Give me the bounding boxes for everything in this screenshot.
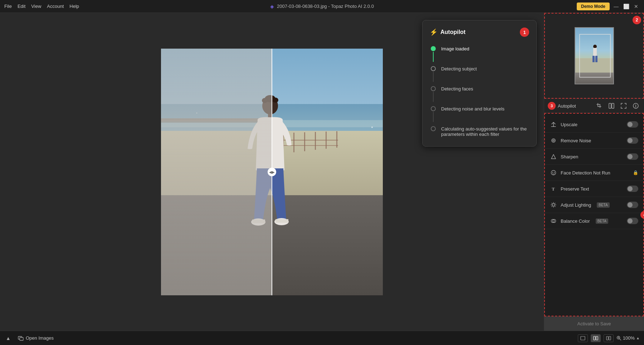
- maximize-button[interactable]: ⬜: [623, 3, 630, 10]
- filters-container: 4 Upscale: [544, 113, 644, 316]
- step-4-label: Detecting noise and blur levels: [441, 106, 529, 112]
- step-1-dot: [431, 46, 436, 51]
- beach-photo-svg: ◀▶: [161, 49, 383, 295]
- svg-rect-37: [592, 56, 595, 62]
- adjust-lighting-icon: [550, 201, 557, 208]
- upscale-toggle[interactable]: [627, 121, 638, 128]
- fullscreen-button[interactable]: [619, 101, 628, 110]
- step-3-label: Detecting faces: [441, 86, 529, 92]
- filter-preserve-text[interactable]: T Preserve Text: [545, 181, 643, 197]
- single-view-button[interactable]: [578, 334, 588, 342]
- filter-adjust-lighting[interactable]: Adjust Lighting BETA: [545, 197, 643, 213]
- autopilot-step-4: Detecting noise and blur levels: [430, 104, 529, 124]
- open-images-icon: [18, 335, 24, 341]
- open-images-button[interactable]: Open Images: [15, 334, 57, 342]
- expand-button[interactable]: ▲: [4, 334, 12, 342]
- demo-mode-button[interactable]: Demo Mode: [577, 3, 610, 10]
- svg-rect-38: [595, 56, 597, 62]
- filter-upscale-left: Upscale: [550, 121, 577, 128]
- step-3-indicator: [430, 86, 437, 102]
- svg-rect-25: [275, 219, 288, 223]
- toolbar-row: 3 Autopilot: [544, 99, 644, 113]
- step-5-indicator: [430, 126, 437, 131]
- filter-balance-color[interactable]: Balance Color BETA: [545, 213, 643, 229]
- bottom-center: 100% ▲: [578, 334, 640, 342]
- toolbar-right: [595, 101, 640, 110]
- filter-face-left: Face Detection Not Run: [550, 169, 610, 176]
- autopilot-badge: 1: [520, 28, 529, 37]
- balance-color-icon: [550, 217, 557, 225]
- close-button[interactable]: ✕: [633, 3, 640, 10]
- filter-face-right: 🔒: [633, 170, 638, 175]
- filter-color-left: Balance Color BETA: [550, 217, 608, 225]
- balance-color-toggle[interactable]: [627, 218, 638, 224]
- filter-lighting-right: [627, 202, 638, 208]
- step-4-dot: [431, 106, 436, 111]
- step-2-dot: [431, 66, 436, 71]
- autopilot-toolbar-label: Autopilot: [558, 103, 576, 109]
- sharpen-toggle[interactable]: [627, 153, 638, 160]
- menu-help[interactable]: Help: [69, 4, 79, 9]
- zoom-chevron-icon[interactable]: ▲: [636, 336, 640, 340]
- filter-sharpen-left: Sharpen: [550, 153, 578, 160]
- sharpen-icon: [550, 153, 557, 160]
- svg-rect-11: [304, 132, 305, 151]
- autopilot-step-2: Detecting subject: [430, 64, 529, 84]
- svg-rect-36: [593, 48, 597, 56]
- crop-button[interactable]: [595, 101, 604, 110]
- filter-noise-right: [627, 137, 638, 144]
- filter-sharpen[interactable]: Sharpen: [545, 149, 643, 165]
- face-detection-icon: [550, 169, 557, 176]
- menu-account[interactable]: Account: [47, 4, 64, 9]
- step-3-dot: [431, 86, 436, 91]
- window-title: 2007-03-08-0638-03.jpg - Topaz Photo AI …: [277, 4, 374, 9]
- titlebar-left: File Edit View Account Help: [4, 4, 79, 9]
- svg-text:◀▶: ◀▶: [269, 170, 275, 174]
- step-1-line: [433, 52, 434, 62]
- filter-remove-noise[interactable]: Remove Noise: [545, 133, 643, 149]
- activate-to-save-button[interactable]: Activate to Save: [544, 316, 644, 331]
- preserve-text-toggle[interactable]: [627, 186, 638, 192]
- svg-rect-41: [612, 103, 614, 108]
- split-view-button-bottom[interactable]: [591, 334, 601, 342]
- step-5-dot: [431, 126, 436, 131]
- filter-upscale[interactable]: Upscale: [545, 117, 643, 133]
- balance-color-badge: BETA: [596, 218, 608, 224]
- toolbar-badge: 3: [548, 102, 556, 110]
- preserve-text-label: Preserve Text: [561, 186, 589, 192]
- adjust-lighting-toggle[interactable]: [627, 202, 638, 208]
- autopilot-header: ⚡ Autopilot 1: [430, 28, 529, 37]
- menu-view[interactable]: View: [31, 4, 41, 9]
- svg-point-44: [553, 140, 554, 141]
- upscale-icon: [550, 121, 557, 128]
- thumbnail-image: [575, 27, 614, 84]
- svg-point-47: [554, 172, 555, 173]
- step-2-label: Detecting subject: [441, 66, 529, 72]
- filter-text-left: T Preserve Text: [550, 185, 589, 192]
- autopilot-title-row: ⚡ Autopilot: [430, 28, 465, 36]
- svg-rect-57: [606, 336, 608, 340]
- remove-noise-icon: [550, 137, 557, 144]
- minimize-button[interactable]: —: [613, 3, 620, 10]
- adjust-lighting-badge: BETA: [597, 202, 609, 208]
- canvas-area: ◀▶ ⚡ Autopilot 1: [0, 13, 544, 331]
- lightning-icon: ⚡: [430, 28, 438, 36]
- dual-view-button[interactable]: [604, 334, 614, 342]
- filter-face-detection[interactable]: Face Detection Not Run 🔒: [545, 165, 643, 181]
- svg-rect-34: [575, 73, 614, 84]
- split-view-button[interactable]: [607, 101, 616, 110]
- titlebar: File Edit View Account Help ◈ 2007-03-08…: [0, 0, 644, 13]
- svg-rect-54: [581, 336, 585, 340]
- filter-color-right: [627, 218, 638, 224]
- svg-point-26: [371, 127, 373, 128]
- filter-sharpen-right: [627, 153, 638, 160]
- zoom-display: 100% ▲: [616, 335, 640, 341]
- menu-file[interactable]: File: [4, 4, 12, 9]
- remove-noise-toggle[interactable]: [627, 137, 638, 144]
- menu-edit[interactable]: Edit: [18, 4, 25, 9]
- step-5-label: Calculating auto-suggested values for th…: [441, 126, 529, 137]
- autopilot-steps: Image loaded Detecting subject: [430, 44, 529, 139]
- info-button[interactable]: [631, 101, 640, 110]
- svg-point-43: [552, 139, 555, 142]
- svg-rect-12: [315, 132, 316, 150]
